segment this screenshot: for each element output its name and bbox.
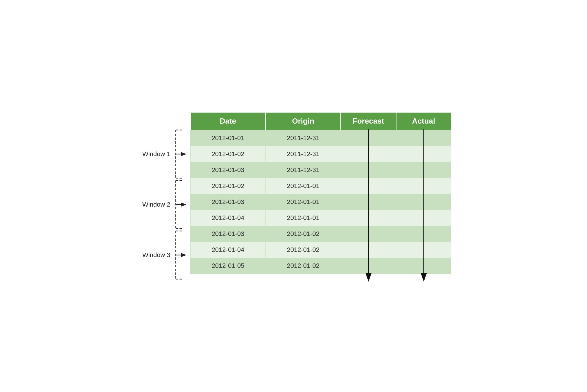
cell-date: 2012-01-04 bbox=[191, 210, 266, 226]
cell-actual bbox=[396, 162, 451, 178]
table-row: 2012-01-022012-01-01 bbox=[191, 178, 451, 194]
window-label-2: Window 2 bbox=[136, 201, 170, 208]
cell-actual bbox=[396, 258, 451, 274]
cell-date: 2012-01-02 bbox=[191, 146, 266, 162]
cell-origin: 2011-12-31 bbox=[265, 162, 341, 178]
cell-forecast bbox=[341, 130, 396, 146]
bracket-svg-1 bbox=[173, 129, 187, 179]
header-date: Date bbox=[191, 112, 266, 130]
cell-date: 2012-01-04 bbox=[191, 242, 266, 258]
window-label-1: Window 1 bbox=[136, 150, 170, 158]
cell-actual bbox=[396, 210, 451, 226]
cell-forecast bbox=[341, 146, 396, 162]
bracket-svg-2 bbox=[173, 179, 187, 230]
cell-date: 2012-01-01 bbox=[191, 130, 266, 146]
window-group-3: Window 3 bbox=[136, 230, 187, 280]
header-actual: Actual bbox=[396, 112, 451, 130]
table-row: 2012-01-032012-01-01 bbox=[191, 194, 451, 210]
cell-forecast bbox=[341, 242, 396, 258]
data-table: DateOriginForecastActual2012-01-012011-1… bbox=[190, 112, 452, 274]
cell-origin: 2012-01-01 bbox=[265, 194, 341, 210]
header-origin: Origin bbox=[265, 112, 341, 130]
cell-actual bbox=[396, 130, 451, 146]
cell-actual bbox=[396, 226, 451, 242]
table-row: 2012-01-042012-01-01 bbox=[191, 210, 451, 226]
bracket-area: Window 1Window 2Window 3 bbox=[136, 129, 187, 280]
window-group-2: Window 2 bbox=[136, 179, 187, 230]
window-group-1: Window 1 bbox=[136, 129, 187, 179]
cell-date: 2012-01-03 bbox=[191, 162, 266, 178]
cell-forecast bbox=[341, 258, 396, 274]
table-row: 2012-01-032012-01-02 bbox=[191, 226, 451, 242]
header-forecast: Forecast bbox=[341, 112, 396, 130]
table-row: 2012-01-042012-01-02 bbox=[191, 242, 451, 258]
cell-date: 2012-01-03 bbox=[191, 226, 266, 242]
cell-actual bbox=[396, 242, 451, 258]
cell-origin: 2011-12-31 bbox=[265, 146, 341, 162]
cell-date: 2012-01-03 bbox=[191, 194, 266, 210]
bracket-svg-3 bbox=[173, 230, 187, 280]
cell-actual bbox=[396, 146, 451, 162]
cell-origin: 2012-01-02 bbox=[265, 242, 341, 258]
table-row: 2012-01-012011-12-31 bbox=[191, 130, 451, 146]
cell-forecast bbox=[341, 194, 396, 210]
cell-origin: 2012-01-02 bbox=[265, 258, 341, 274]
cell-forecast bbox=[341, 178, 396, 194]
table-row: 2012-01-022011-12-31 bbox=[191, 146, 451, 162]
cell-date: 2012-01-02 bbox=[191, 178, 266, 194]
cell-forecast bbox=[341, 210, 396, 226]
cell-actual bbox=[396, 178, 451, 194]
window-label-3: Window 3 bbox=[136, 251, 170, 259]
table-wrapper: DateOriginForecastActual2012-01-012011-1… bbox=[190, 112, 452, 274]
main-container: Window 1Window 2Window 3DateOriginForeca… bbox=[136, 112, 452, 280]
cell-date: 2012-01-05 bbox=[191, 258, 266, 274]
table-row: 2012-01-052012-01-02 bbox=[191, 258, 451, 274]
cell-actual bbox=[396, 194, 451, 210]
cell-origin: 2011-12-31 bbox=[265, 130, 341, 146]
cell-origin: 2012-01-01 bbox=[265, 210, 341, 226]
cell-origin: 2012-01-01 bbox=[265, 178, 341, 194]
cell-origin: 2012-01-02 bbox=[265, 226, 341, 242]
cell-forecast bbox=[341, 162, 396, 178]
table-row: 2012-01-032011-12-31 bbox=[191, 162, 451, 178]
cell-forecast bbox=[341, 226, 396, 242]
